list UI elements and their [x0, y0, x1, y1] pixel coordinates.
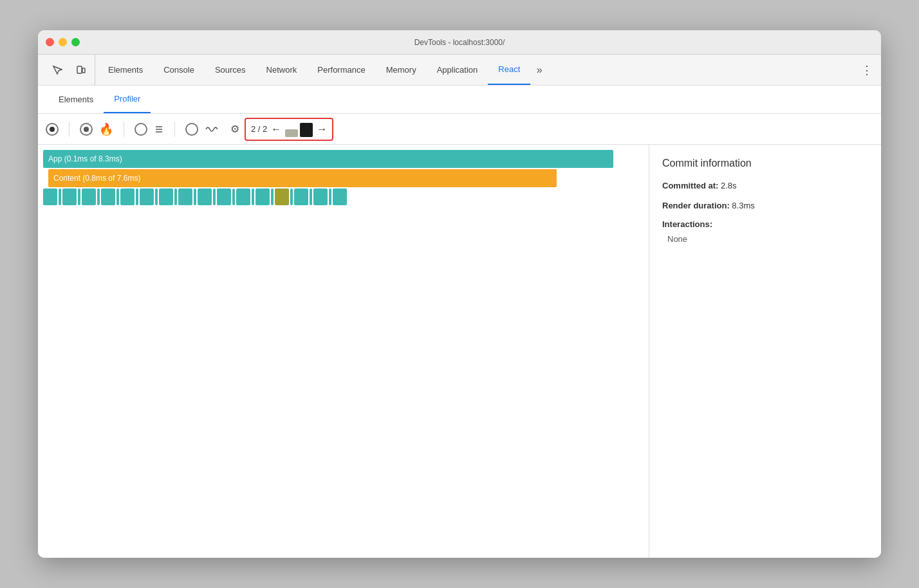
small-bar-sep-12 [271, 188, 274, 205]
secondary-tab-bar: Elements Profiler [38, 86, 881, 114]
tab-react[interactable]: React [488, 55, 530, 85]
tab-elements[interactable]: Elements [98, 55, 153, 85]
small-bar-sep-5 [136, 188, 138, 205]
tab-performance[interactable]: Performance [307, 55, 375, 85]
main-tab-bar: Elements Console Sources Network Perform… [38, 55, 881, 86]
flame-row-app: App (0.1ms of 8.3ms) [43, 150, 644, 168]
render-duration-value: 8.3ms [732, 201, 754, 210]
commit-bars-chart [285, 122, 313, 137]
commit-counter: 2 / 2 [251, 124, 267, 134]
small-bar-15[interactable] [333, 188, 347, 205]
small-bar-sep-10 [232, 188, 235, 205]
small-bar-sep-3 [97, 188, 100, 205]
small-bar-sep-15 [329, 188, 331, 205]
small-bar-13[interactable] [294, 188, 308, 205]
svg-rect-1 [82, 68, 85, 73]
separator-2 [124, 122, 124, 137]
prev-commit-button[interactable]: ← [271, 124, 281, 135]
small-bar-sep-1 [59, 188, 61, 205]
flame-chart-button[interactable]: 🔥 [99, 122, 113, 136]
traffic-lights [46, 38, 80, 46]
tab-bar-right: ⋮ [858, 61, 876, 79]
separator-3 [174, 122, 175, 137]
devtools-icon-group [43, 55, 95, 85]
flame-bar-content[interactable]: Content (0.8ms of 7.6ms) [48, 169, 557, 187]
small-bar-sep-9 [213, 188, 216, 205]
tab-memory[interactable]: Memory [376, 55, 427, 85]
flame-row-content: Content (0.8ms of 7.6ms) [43, 169, 644, 187]
reload-and-profile-button[interactable] [80, 123, 93, 136]
small-bar-9[interactable] [198, 188, 212, 205]
wave-icon[interactable] [205, 124, 218, 134]
devtools-window: DevTools - localhost:3000/ Elements Cons… [38, 30, 881, 558]
flame-small-bars-row [43, 188, 644, 205]
small-bar-1[interactable] [43, 188, 57, 205]
tab-application[interactable]: Application [427, 55, 488, 85]
small-bar-3[interactable] [82, 188, 96, 205]
render-duration-label: Render duration: [662, 201, 730, 210]
minimize-button[interactable] [59, 38, 67, 46]
small-bar-5[interactable] [120, 188, 135, 205]
more-tabs-button[interactable]: » [530, 61, 548, 79]
svg-rect-0 [77, 66, 82, 73]
render-duration-row: Render duration: 8.3ms [662, 199, 868, 213]
main-content: App (0.1ms of 8.3ms) Content (0.8ms of 7… [38, 145, 881, 558]
profiler-toolbar: 🔥 ⚙ [38, 114, 881, 145]
sec-tab-elements[interactable]: Elements [48, 86, 104, 113]
list-icon[interactable] [154, 124, 164, 134]
commit-nav-box: 2 / 2 ← → [245, 118, 333, 141]
flame-bar-app[interactable]: App (0.1ms of 8.3ms) [43, 150, 613, 168]
interactions-value: None [662, 234, 868, 244]
tab-sources[interactable]: Sources [205, 55, 256, 85]
tab-console[interactable]: Console [153, 55, 205, 85]
next-commit-button[interactable]: → [317, 124, 327, 135]
inspect-icon[interactable] [48, 61, 66, 79]
committed-at-value: 2.8s [721, 181, 737, 190]
small-bar-11[interactable] [236, 188, 250, 205]
commit-info-panel: Commit information Committed at: 2.8s Re… [649, 145, 881, 558]
committed-at-row: Committed at: 2.8s [662, 179, 868, 193]
device-icon[interactable] [71, 61, 89, 79]
small-bar-12[interactable] [255, 188, 270, 205]
small-bar-8[interactable] [178, 188, 192, 205]
record-button-group: 🔥 [46, 122, 218, 137]
window-title: DevTools - localhost:3000/ [414, 38, 505, 47]
small-bar-sep-2 [78, 188, 80, 205]
small-bar-olive-1[interactable] [275, 188, 289, 205]
small-bar-6[interactable] [140, 188, 154, 205]
small-bar-sep-14 [310, 188, 312, 205]
settings-button[interactable]: ⚙ [230, 123, 239, 135]
small-bar-4[interactable] [101, 188, 115, 205]
committed-at-label: Committed at: [662, 181, 718, 190]
interactions-label: Interactions: [662, 219, 868, 229]
sec-tab-profiler[interactable]: Profiler [104, 86, 151, 113]
ranked-chart-button[interactable] [135, 123, 147, 136]
small-bar-sep-6 [155, 188, 158, 205]
separator-1 [69, 122, 70, 137]
small-bar-sep-4 [116, 188, 119, 205]
component-chart-button[interactable] [185, 123, 198, 136]
small-bar-2[interactable] [62, 188, 77, 205]
small-bar-sep-8 [194, 188, 196, 205]
tab-network[interactable]: Network [256, 55, 308, 85]
small-bar-14[interactable] [313, 188, 328, 205]
flame-chart-panel: App (0.1ms of 8.3ms) Content (0.8ms of 7… [38, 145, 649, 558]
title-bar: DevTools - localhost:3000/ [38, 30, 881, 55]
record-button[interactable] [46, 123, 59, 136]
small-bar-sep-13 [290, 188, 293, 205]
close-button[interactable] [46, 38, 54, 46]
small-bar-7[interactable] [159, 188, 173, 205]
small-bar-sep-11 [252, 188, 254, 205]
devtools-menu-button[interactable]: ⋮ [858, 61, 876, 79]
small-bar-10[interactable] [217, 188, 231, 205]
fullscreen-button[interactable] [71, 38, 80, 46]
commit-info-title: Commit information [662, 158, 868, 169]
small-bar-sep-7 [174, 188, 177, 205]
